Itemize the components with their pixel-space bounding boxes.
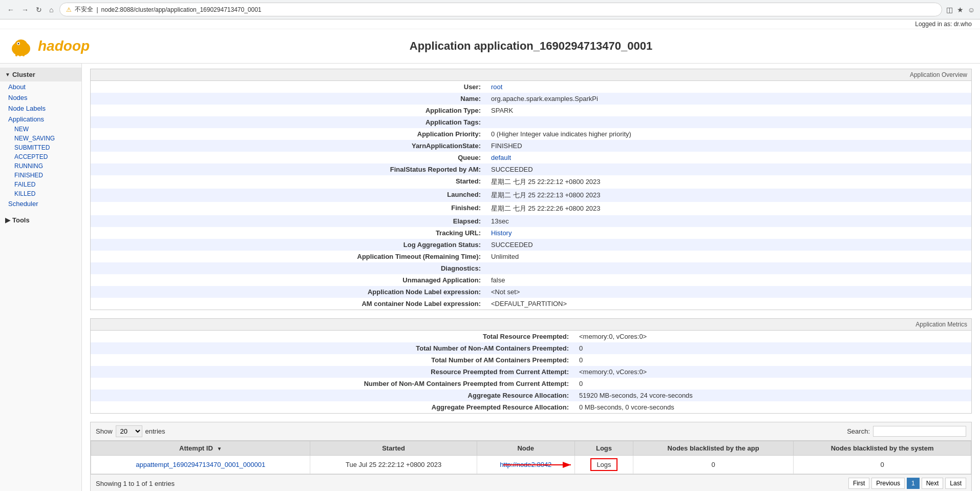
- extensions-icon[interactable]: ◫: [946, 6, 953, 14]
- reload-button[interactable]: ↻: [34, 5, 44, 15]
- cluster-label: Cluster: [12, 71, 35, 78]
- back-button[interactable]: ←: [5, 5, 16, 15]
- overview-row-value[interactable]: root: [487, 81, 971, 93]
- overview-row-value: [487, 116, 971, 128]
- col-blacklisted-app[interactable]: Nodes blacklisted by the app: [633, 441, 794, 456]
- overview-row: Diagnostics:: [91, 262, 971, 274]
- metrics-row-label: Resource Preempted from Current Attempt:: [91, 366, 575, 378]
- metrics-row: Total Resource Preempted:<memory:0, vCor…: [91, 331, 971, 342]
- overview-row-label: Queue:: [91, 152, 487, 163]
- sidebar-item-new[interactable]: NEW: [0, 125, 81, 134]
- col-attempt-id[interactable]: Attempt ID ▼: [91, 441, 310, 456]
- search-input[interactable]: [873, 426, 966, 437]
- started-cell: Tue Jul 25 22:22:12 +0800 2023: [310, 456, 477, 474]
- page-title: Application application_1690294713470_00…: [90, 39, 972, 53]
- sort-icon: ▼: [217, 446, 222, 452]
- url-text: node2:8088/cluster/app/application_16902…: [101, 6, 262, 13]
- metrics-row-label: Total Resource Preempted:: [91, 331, 575, 342]
- sidebar-item-failed[interactable]: FAILED: [0, 180, 81, 189]
- overview-row-value: SUCCEEDED: [487, 163, 971, 175]
- sidebar-item-scheduler[interactable]: Scheduler: [0, 198, 81, 209]
- prev-page-button[interactable]: Previous: [871, 478, 905, 489]
- sidebar-item-submitted[interactable]: SUBMITTED: [0, 143, 81, 152]
- overview-row-label: Diagnostics:: [91, 262, 487, 274]
- address-bar[interactable]: ⚠ 不安全 | node2:8088/cluster/app/applicati…: [59, 3, 942, 16]
- col-logs[interactable]: Logs: [574, 441, 633, 456]
- col-started[interactable]: Started: [310, 441, 477, 456]
- col-blacklisted-sys-label: Nodes blacklisted by the system: [831, 444, 934, 452]
- overview-row-value[interactable]: default: [487, 152, 971, 163]
- overview-row-label: Finished:: [91, 202, 487, 215]
- sidebar-item-about[interactable]: About: [0, 81, 81, 92]
- overview-row-link[interactable]: History: [491, 229, 512, 237]
- overview-row-value[interactable]: History: [487, 227, 971, 239]
- svg-point-4: [14, 44, 18, 52]
- logs-button[interactable]: Logs: [590, 458, 617, 471]
- cluster-section-header[interactable]: ▼ Cluster: [0, 68, 81, 81]
- metrics-row-value: <memory:0, vCores:0>: [575, 331, 971, 342]
- profile-icon[interactable]: ☺: [968, 6, 975, 14]
- overview-row-link[interactable]: default: [491, 154, 511, 161]
- overview-row-label: User:: [91, 81, 487, 93]
- nav-controls[interactable]: ← → ↻ ⌂: [5, 5, 55, 15]
- app-overview-title: Application Overview: [91, 69, 971, 81]
- sidebar-item-node-labels[interactable]: Node Labels: [0, 103, 81, 114]
- metrics-row: Aggregate Resource Allocation:51920 MB-s…: [91, 390, 971, 401]
- current-page-button[interactable]: 1: [907, 478, 920, 489]
- overview-row: User:root: [91, 81, 971, 93]
- logged-in-text: Logged in as: dr.who: [915, 21, 972, 28]
- entries-label: entries: [145, 427, 165, 435]
- overview-row: Name:org.apache.spark.examples.SparkPi: [91, 93, 971, 105]
- overview-row: Application Priority:0 (Higher Integer v…: [91, 128, 971, 140]
- tools-section-header[interactable]: ▶ Tools: [0, 213, 81, 227]
- metrics-row-label: Total Number of Non-AM Containers Preemp…: [91, 342, 575, 354]
- overview-row-value: 星期二 七月 25 22:22:26 +0800 2023: [487, 202, 971, 215]
- overview-row-label: Started:: [91, 175, 487, 189]
- overview-row: AM container Node Label expression:<DEFA…: [91, 298, 971, 310]
- home-button[interactable]: ⌂: [47, 5, 55, 15]
- forward-button[interactable]: →: [19, 5, 31, 15]
- bookmark-icon[interactable]: ★: [957, 6, 964, 14]
- overview-row-value: SPARK: [487, 105, 971, 116]
- overview-row: Application Tags:: [91, 116, 971, 128]
- overview-row: Unmanaged Application:false: [91, 274, 971, 286]
- sidebar-item-nodes[interactable]: Nodes: [0, 92, 81, 103]
- overview-row-label: Application Type:: [91, 105, 487, 116]
- logs-cell[interactable]: Logs: [574, 456, 633, 474]
- overview-row-value: 星期二 七月 25 22:22:13 +0800 2023: [487, 189, 971, 202]
- svg-rect-5: [15, 52, 17, 56]
- col-node[interactable]: Node: [477, 441, 574, 456]
- metrics-row-value: 0 MB-seconds, 0 vcore-seconds: [575, 401, 971, 413]
- overview-row-label: Unmanaged Application:: [91, 274, 487, 286]
- tools-arrow-icon: ▶: [5, 216, 10, 224]
- overview-row: YarnApplicationState:FINISHED: [91, 140, 971, 152]
- svg-point-3: [18, 43, 19, 45]
- last-page-button[interactable]: Last: [945, 478, 966, 489]
- attempt-id-link[interactable]: appattempt_1690294713470_0001_000001: [136, 461, 265, 468]
- show-count-select[interactable]: 2050100: [116, 425, 142, 437]
- tools-label: Tools: [12, 216, 30, 224]
- sidebar-item-running[interactable]: RUNNING: [0, 161, 81, 171]
- overview-row: Tracking URL:History: [91, 227, 971, 239]
- app-overview-panel: Application Overview User:rootName:org.a…: [90, 69, 972, 310]
- overview-row: Finished:星期二 七月 25 22:22:26 +0800 2023: [91, 202, 971, 215]
- sidebar-item-new-saving[interactable]: NEW_SAVING: [0, 134, 81, 143]
- table-row: appattempt_1690294713470_0001_000001 Tue…: [91, 456, 971, 474]
- browser-right-controls[interactable]: ◫ ★ ☺: [946, 6, 975, 14]
- overview-row-label: YarnApplicationState:: [91, 140, 487, 152]
- overview-row-label: FinalStatus Reported by AM:: [91, 163, 487, 175]
- col-logs-label: Logs: [596, 444, 612, 452]
- first-page-button[interactable]: First: [848, 478, 869, 489]
- metrics-row-value: 51920 MB-seconds, 24 vcore-seconds: [575, 390, 971, 401]
- sidebar-item-finished[interactable]: FINISHED: [0, 171, 81, 180]
- attempts-data-table: Attempt ID ▼ Started Node Logs Nodes bla…: [91, 441, 971, 474]
- col-blacklisted-app-label: Nodes blacklisted by the app: [668, 444, 759, 452]
- col-blacklisted-sys[interactable]: Nodes blacklisted by the system: [794, 441, 971, 456]
- sidebar-item-applications[interactable]: Applications: [0, 114, 81, 125]
- sidebar-item-killed[interactable]: KILLED: [0, 189, 81, 198]
- next-page-button[interactable]: Next: [922, 478, 944, 489]
- logged-in-bar: Logged in as: dr.who: [0, 19, 980, 29]
- col-attempt-id-label: Attempt ID: [179, 444, 213, 452]
- overview-row-link[interactable]: root: [491, 83, 502, 91]
- sidebar-item-accepted[interactable]: ACCEPTED: [0, 152, 81, 161]
